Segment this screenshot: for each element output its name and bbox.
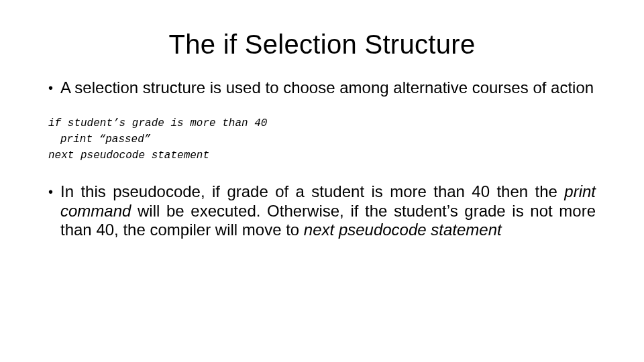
bullet-text-2: In this pseudocode, if grade of a studen… <box>60 182 596 240</box>
pseudocode-block: if student’s grade is more than 40 print… <box>48 115 596 164</box>
pseudocode-line-3: next pseudocode statement <box>48 149 209 162</box>
bullet-dot-icon: • <box>48 182 60 240</box>
bullet-2-part-1: In this pseudocode, if grade of a studen… <box>60 182 564 200</box>
slide-title: The if Selection Structure <box>48 29 596 60</box>
bullet-2-em-2: next pseudocode statement <box>304 221 502 239</box>
slide: The if Selection Structure • A selection… <box>0 0 644 362</box>
pseudocode-line-1: if student’s grade is more than 40 <box>48 117 267 129</box>
bullet-dot-icon: • <box>48 78 60 98</box>
bullet-item-2: • In this pseudocode, if grade of a stud… <box>48 182 596 240</box>
bullet-item-1: • A selection structure is used to choos… <box>48 78 596 98</box>
bullet-text-1: A selection structure is used to choose … <box>60 78 596 98</box>
pseudocode-line-2: print “passed” <box>48 131 596 147</box>
